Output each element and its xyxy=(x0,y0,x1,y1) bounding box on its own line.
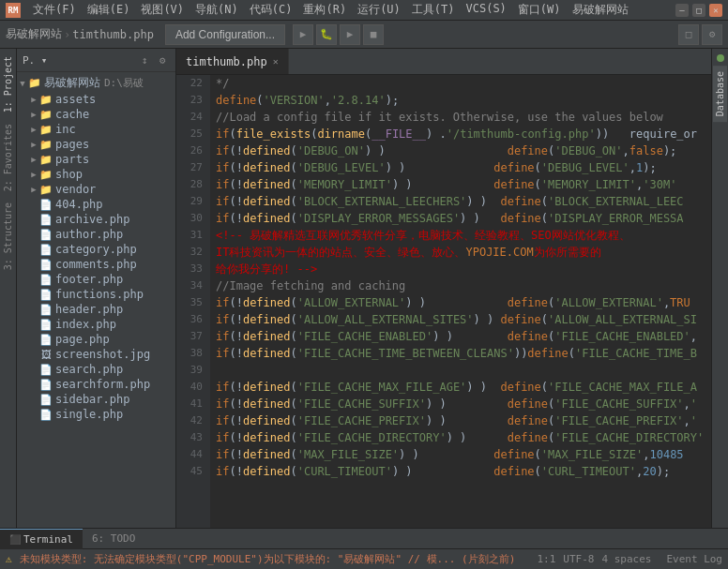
structure-panel-tab[interactable]: 3: Structure xyxy=(1,197,15,276)
sidebar-panel-icons: ↕ ⚙ xyxy=(137,52,170,67)
menu-edit[interactable]: 编辑(E) xyxy=(83,0,135,20)
tree-item-assets[interactable]: ▶ 📁 assets xyxy=(17,92,175,107)
code-line-37: if(! defined('FILE_CACHE_ENABLED') ) def… xyxy=(216,328,711,345)
code-line-38: if(! defined('FILE_CACHE_TIME_BETWEEN_CL… xyxy=(216,345,711,362)
menu-run[interactable]: 运行(U) xyxy=(353,0,405,20)
code-editor[interactable]: 22 23 24 25 26 27 28 29 30 31 32 33 34 3… xyxy=(176,75,711,528)
tree-item-archive[interactable]: ▶ 📄 archive.php xyxy=(17,212,175,227)
tree-item-inc[interactable]: ▶ 📁 inc xyxy=(17,122,175,137)
run-coverage-button[interactable]: ▶ xyxy=(340,24,360,45)
menu-tools[interactable]: 工具(T) xyxy=(407,0,460,20)
tree-item-vendor[interactable]: ▶ 📁 vendor xyxy=(17,182,175,197)
status-encoding[interactable]: UTF-8 xyxy=(563,553,594,565)
ln-26: 26 xyxy=(176,142,210,159)
tree-root[interactable]: ▼ 📁 易破解网站 D:\易破 xyxy=(17,74,175,92)
tree-item-functions[interactable]: ▶ 📄 functions.php xyxy=(17,287,175,302)
tree-item-search[interactable]: ▶ 📄 search.php xyxy=(17,362,175,377)
code-line-27: if(! defined('DEBUG_LEVEL') ) define ('D… xyxy=(216,159,711,176)
debug-button[interactable]: 🐛 xyxy=(316,24,337,45)
todo-tab[interactable]: 6: TODO xyxy=(83,529,144,549)
statusbar: ⚠ 未知模块类型: 无法确定模块类型("CPP_MODULE")为以下模块的: … xyxy=(0,548,728,569)
tree-item-footer[interactable]: ▶ 📄 footer.php xyxy=(17,272,175,287)
editor-tab-timthumb[interactable]: timthumb.php ✕ xyxy=(176,49,289,74)
sidebar-settings-icon[interactable]: ⚙ xyxy=(155,52,170,67)
menu-vcs[interactable]: VCS(S) xyxy=(462,0,511,20)
stop-button[interactable]: ■ xyxy=(363,24,384,45)
bottom-tabs: ⬛ Terminal 6: TODO xyxy=(0,528,728,548)
tab-bar: timthumb.php ✕ xyxy=(176,49,711,75)
menu-navigate[interactable]: 导航(N) xyxy=(190,0,243,20)
ln-45: 45 xyxy=(176,463,210,480)
tree-item-page[interactable]: ▶ 📄 page.php xyxy=(17,332,175,347)
ln-28: 28 xyxy=(176,176,210,193)
root-label: 易破解网站 xyxy=(44,75,100,91)
tree-item-sidebar[interactable]: ▶ 📄 sidebar.php xyxy=(17,392,175,407)
tree-item-category[interactable]: ▶ 📄 category.php xyxy=(17,242,175,257)
code-line-29: if(! defined('BLOCK_EXTERNAL_LEECHERS') … xyxy=(216,193,711,210)
maximize-button[interactable]: □ xyxy=(692,4,705,17)
ln-39: 39 xyxy=(176,362,210,379)
tree-item-shop[interactable]: ▶ 📁 shop xyxy=(17,167,175,182)
close-button[interactable]: ✕ xyxy=(709,4,722,17)
event-log-button[interactable]: Event Log xyxy=(666,553,722,565)
titlebar: RM 文件(F) 编辑(E) 视图(V) 导航(N) 代码(C) 重构(R) 运… xyxy=(0,0,728,21)
code-line-36: if(! defined('ALLOW_ALL_EXTERNAL_SITES')… xyxy=(216,311,711,328)
menu-refactor[interactable]: 重构(R) xyxy=(298,0,351,20)
tree-item-comments[interactable]: ▶ 📄 comments.php xyxy=(17,257,175,272)
line-numbers: 22 23 24 25 26 27 28 29 30 31 32 33 34 3… xyxy=(176,75,210,528)
menu-code[interactable]: 代码(C) xyxy=(245,0,297,20)
status-position[interactable]: 1:1 xyxy=(537,553,555,565)
tree-item-index[interactable]: ▶ 📄 index.php xyxy=(17,317,175,332)
editor-area: timthumb.php ✕ 22 23 24 25 26 27 28 29 3… xyxy=(176,49,711,528)
ln-34: 34 xyxy=(176,277,210,294)
project-panel-tab[interactable]: 1: Project xyxy=(1,51,15,118)
code-line-22: */ xyxy=(216,75,711,92)
code-line-26: if(! defined('DEBUG_ON') ) define ('DEBU… xyxy=(216,142,711,159)
ln-35: 35 xyxy=(176,294,210,311)
ln-33: 33 xyxy=(176,261,210,277)
status-indent[interactable]: 4 spaces xyxy=(601,553,651,565)
tree-item-pages[interactable]: ▶ 📁 pages xyxy=(17,137,175,152)
menu-site[interactable]: 易破解网站 xyxy=(568,0,633,20)
sidebar-sync-icon[interactable]: ↕ xyxy=(137,52,152,67)
code-line-33: 给你我分享的! --> xyxy=(216,261,711,277)
code-line-41: if(! defined('FILE_CACHE_SUFFIX') ) defi… xyxy=(216,396,711,412)
tree-item-searchform[interactable]: ▶ 📄 searchform.php xyxy=(17,377,175,392)
add-configuration-button[interactable]: Add Configuration... xyxy=(165,24,285,45)
ln-37: 37 xyxy=(176,328,210,345)
menu-view[interactable]: 视图(V) xyxy=(136,0,189,20)
minimize-button[interactable]: — xyxy=(675,4,689,17)
app-icon: RM xyxy=(6,3,21,18)
tree-item-single[interactable]: ▶ 📄 single.php xyxy=(17,407,175,422)
breadcrumb-file[interactable]: timthumb.php xyxy=(72,28,154,41)
code-line-30: if(! defined('DISPLAY_ERROR_MESSAGES') )… xyxy=(216,210,711,227)
code-content[interactable]: */ define ('VERSION', '2.8.14'); //Load … xyxy=(210,75,711,528)
breadcrumb-root[interactable]: 易破解网站 xyxy=(6,26,62,42)
layout-button[interactable]: □ xyxy=(678,24,699,45)
settings-button[interactable]: ⚙ xyxy=(702,24,722,45)
menu-file[interactable]: 文件(F) xyxy=(28,0,81,20)
tree-item-screenshot[interactable]: ▶ 🖼 screenshot.jpg xyxy=(17,347,175,362)
tree-item-author[interactable]: ▶ 📄 author.php xyxy=(17,227,175,242)
tree-item-header[interactable]: ▶ 📄 header.php xyxy=(17,302,175,317)
todo-tab-label: 6: TODO xyxy=(92,532,135,545)
terminal-tab[interactable]: ⬛ Terminal xyxy=(0,529,83,549)
database-panel-tab[interactable]: Database xyxy=(713,66,727,122)
tab-close-button[interactable]: ✕ xyxy=(273,56,279,67)
file-tree: ▼ 📁 易破解网站 D:\易破 ▶ 📁 assets ▶ 📁 cache xyxy=(17,72,175,528)
ln-44: 44 xyxy=(176,446,210,463)
menu-window[interactable]: 窗口(W) xyxy=(513,0,566,20)
tree-item-parts[interactable]: ▶ 📁 parts xyxy=(17,152,175,167)
run-button[interactable]: ▶ xyxy=(293,24,313,45)
status-right: 1:1 UTF-8 4 spaces Event Log xyxy=(537,553,722,565)
code-line-31: <!-- 易破解精选互联网优秀软件分享，电脑技术、经验教程、SEO网站优化教程、 xyxy=(216,227,711,244)
favorites-panel-tab[interactable]: 2: Favorites xyxy=(1,118,15,197)
left-panel-tabs: 1: Project 2: Favorites 3: Structure xyxy=(0,49,17,528)
terminal-icon: ⬛ xyxy=(9,534,21,545)
menu-bar: 文件(F) 编辑(E) 视图(V) 导航(N) 代码(C) 重构(R) 运行(U… xyxy=(28,0,668,20)
code-line-43: if(! defined('FILE_CACHE_DIRECTORY') ) d… xyxy=(216,429,711,446)
tree-item-404[interactable]: ▶ 📄 404.php xyxy=(17,197,175,212)
terminal-tab-label: Terminal xyxy=(23,533,73,546)
code-line-34: //Image fetching and caching xyxy=(216,277,711,294)
tree-item-cache[interactable]: ▶ 📁 cache xyxy=(17,107,175,122)
